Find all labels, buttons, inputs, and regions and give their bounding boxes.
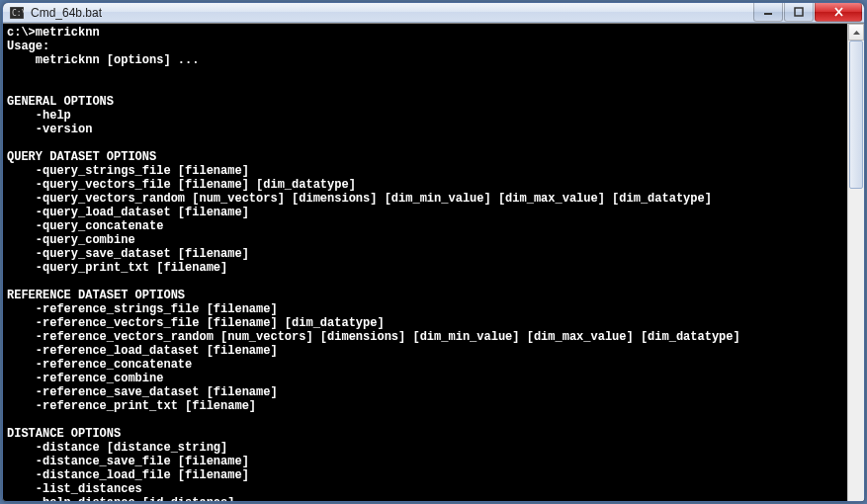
window-title: Cmd_64b.bat	[31, 6, 753, 20]
terminal-output[interactable]: c:\>metricknn Usage: metricknn [options]…	[3, 24, 847, 502]
titlebar[interactable]: C:\ Cmd_64b.bat	[3, 3, 864, 23]
svg-rect-2	[764, 13, 772, 15]
window-controls	[753, 3, 862, 22]
app-icon: C:\	[9, 5, 25, 21]
close-button[interactable]	[815, 2, 862, 22]
svg-text:C:\: C:\	[12, 9, 24, 18]
svg-rect-3	[795, 8, 803, 16]
scroll-up-button[interactable]	[848, 24, 864, 41]
maximize-button[interactable]	[784, 2, 814, 22]
scroll-track[interactable]	[848, 41, 864, 502]
scrollbar-vertical[interactable]	[847, 24, 864, 502]
scroll-thumb[interactable]	[849, 41, 863, 189]
console-window: C:\ Cmd_64b.bat c:\>metricknn Usage: met…	[2, 2, 865, 502]
minimize-button[interactable]	[753, 2, 783, 22]
client-area: c:\>metricknn Usage: metricknn [options]…	[3, 23, 864, 502]
